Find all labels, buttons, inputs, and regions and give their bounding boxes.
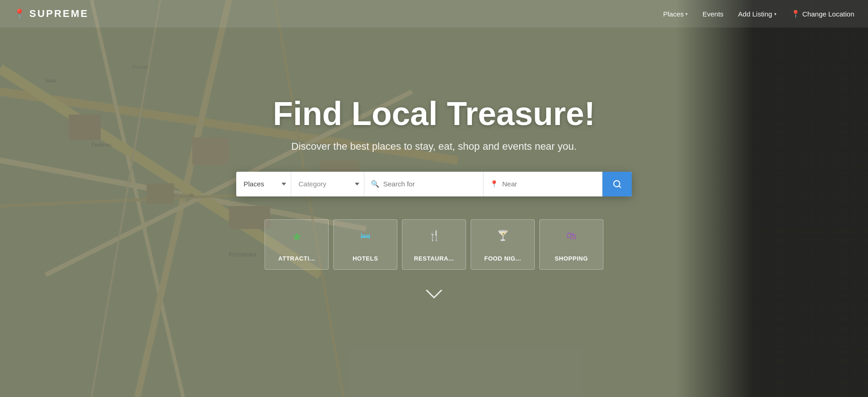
scroll-down-arrow[interactable] bbox=[425, 288, 443, 303]
nav-events-label: Events bbox=[702, 10, 723, 18]
nav-change-location-label: Change Location bbox=[803, 10, 854, 18]
restaurants-icon: 🍴 bbox=[428, 230, 440, 242]
food-nightlife-icon: 🍸 bbox=[497, 230, 509, 242]
nav-add-listing-label: Add Listing bbox=[738, 10, 772, 18]
nav-events[interactable]: Events bbox=[702, 10, 723, 18]
search-button[interactable] bbox=[602, 172, 632, 196]
category-card-attractions[interactable]: ★ ATTRACTI... bbox=[265, 219, 329, 270]
nav-add-listing[interactable]: Add Listing ▾ bbox=[738, 10, 776, 18]
search-bar: Places Events Category Attractions Hotel… bbox=[236, 172, 632, 196]
location-pin-small-icon: 📍 bbox=[490, 180, 499, 188]
shopping-label: SHOPPING bbox=[555, 255, 588, 262]
main-content: Find Local Treasure! Discover the best p… bbox=[0, 27, 868, 397]
search-btn-icon bbox=[613, 179, 622, 189]
logo[interactable]: 📍 SUPREME bbox=[14, 8, 89, 20]
category-cards: ★ ATTRACTI... 🛏 HOTELS 🍴 RESTAURA... 🍸 F… bbox=[265, 219, 603, 270]
hotels-icon: 🛏 bbox=[360, 230, 370, 242]
location-input-wrap: 📍 bbox=[483, 172, 602, 196]
nav-places[interactable]: Places ▾ bbox=[663, 10, 688, 18]
restaurants-label: RESTAURA... bbox=[414, 255, 454, 262]
svg-line-21 bbox=[619, 185, 621, 187]
nav-places-label: Places bbox=[663, 10, 684, 18]
places-chevron-icon: ▾ bbox=[685, 11, 688, 16]
attractions-label: ATTRACTI... bbox=[278, 255, 315, 262]
hotels-label: HOTELS bbox=[353, 255, 378, 262]
search-type-select[interactable]: Places Events bbox=[236, 172, 291, 196]
category-card-hotels[interactable]: 🛏 HOTELS bbox=[333, 219, 397, 270]
category-card-food-nightlife[interactable]: 🍸 FOOD NIG... bbox=[471, 219, 535, 270]
category-card-shopping[interactable]: 🛍 SHOPPING bbox=[539, 219, 603, 270]
location-pin-icon: 📍 bbox=[791, 10, 800, 18]
search-icon: 🔍 bbox=[371, 180, 380, 188]
nav-change-location[interactable]: 📍 Change Location bbox=[791, 10, 854, 18]
search-input[interactable] bbox=[383, 172, 477, 196]
logo-text: SUPREME bbox=[29, 8, 89, 20]
hero-title: Find Local Treasure! bbox=[273, 95, 595, 132]
category-card-restaurants[interactable]: 🍴 RESTAURA... bbox=[402, 219, 466, 270]
shopping-icon: 🛍 bbox=[566, 230, 576, 242]
food-nightlife-label: FOOD NIG... bbox=[484, 255, 521, 262]
navbar: 📍 SUPREME Places ▾ Events Add Listing ▾ … bbox=[0, 0, 868, 27]
chevron-down-icon bbox=[425, 288, 443, 299]
nav-links: Places ▾ Events Add Listing ▾ 📍 Change L… bbox=[663, 10, 854, 18]
search-category-select[interactable]: Category Attractions Hotels Restaurants … bbox=[291, 172, 364, 196]
hero-subtitle: Discover the best places to stay, eat, s… bbox=[291, 141, 576, 152]
add-listing-chevron-icon: ▾ bbox=[774, 11, 776, 16]
logo-pin-icon: 📍 bbox=[14, 8, 27, 19]
near-input[interactable] bbox=[502, 172, 596, 196]
attractions-icon: ★ bbox=[292, 230, 302, 244]
search-input-wrap: 🔍 bbox=[364, 172, 483, 196]
